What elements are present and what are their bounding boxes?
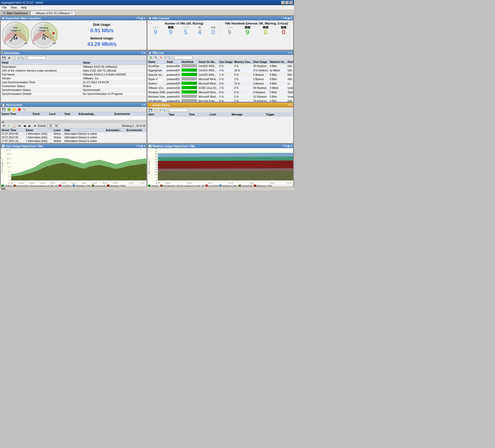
cpu-chart-edit-icon[interactable]: ✎ [138,145,140,148]
events-wrench-icon[interactable]: 🔧 [22,107,27,112]
vms-table-row[interactable]: Windows VistapoweredOnMicrosoft Wind...0… [147,95,293,99]
vms-table-row[interactable]: Asterisk Vol...poweredOnCentOS 4/5/6...1… [147,73,293,77]
mem-legend-agg: AggregAte [238,185,253,187]
vms-table-row[interactable]: Windows 2008poweredOnMicrosoft Wind...8 … [147,90,293,95]
events-prev-icon[interactable]: ◀ [22,124,27,128]
svg-text:10:40: 10:40 [129,182,133,184]
vms-table-row[interactable]: JenkinspoweredOnMicrosoft Wind...0 %14 %… [147,81,293,86]
vms-list-title: VMs List [152,51,164,54]
vms-table-row[interactable]: AggregGatepoweredOnCentOS 4/5/6...4 %28 … [147,68,293,73]
info-search-input[interactable] [25,56,46,60]
maximize-button[interactable]: □ [285,1,289,4]
svg-text:09:50: 09:50 [19,182,24,184]
cpu-chart-close-icon[interactable]: ✕ [143,145,145,148]
mem-chart-help-icon[interactable]: ? [283,145,284,148]
events-splitter[interactable]: ▲ [1,120,146,123]
events-table-row[interactable]: 17.07.2014 10...ℹInformation (Info)Notic… [1,139,146,143]
events-table-body: 21.07.2014 09...ℹInformation (Info)Notic… [1,132,146,143]
menu-view[interactable]: View [10,6,18,9]
cpu-legend-agg: AggregAte [92,185,106,187]
events-table-row[interactable]: 18.07.2014 09...ℹInformation (Info)Notic… [1,136,146,139]
vms-counter-panel: 🖥 VMs Counter ? ✎ ⊞ ✕ Number of VMs (Al [147,16,293,50]
events-bottom-area: Server Time Event Level Data Acknowled..… [1,129,146,143]
vms-detach-icon[interactable]: ⊞ [287,17,290,20]
heartbeat-header: VMs Heartbeat (Unknow, OK, Warning, Crit… [220,22,293,25]
detach-icon[interactable]: ⊞ [141,17,143,20]
menu-file[interactable]: File [1,6,8,9]
tab-close-icon[interactable]: ✕ [71,12,73,14]
mem-chart-detach-icon[interactable]: ⊞ [287,145,290,148]
events-count-select[interactable]: 50 100 200 [47,124,59,128]
vms-delete-icon[interactable]: ✕ [159,55,163,60]
help-icon[interactable]: ? [136,17,138,20]
vms-search-icon[interactable]: 🔍 [167,55,171,60]
cpu-chart-help-icon[interactable]: ? [136,145,138,148]
vms-table-row[interactable]: Hyper-VpoweredOnMicrosoft Wind...0 %3 %0… [147,77,293,81]
time-col-header: Time [188,113,209,116]
svg-text:Memory Usage, %: Memory Usage, % [148,158,150,175]
events-table-row[interactable]: 21.07.2014 09...ℹInformation (Info)Notic… [1,132,146,136]
vms-table-row[interactable]: op5-Monitor...poweredOnRed Hat Enter...0… [147,99,293,102]
events-back-icon[interactable]: ⬅ [17,124,21,128]
close-button[interactable]: ✕ [289,1,293,4]
events-fwd-icon[interactable]: ➡ [33,124,37,128]
vms-list-icon: 🖥 [148,52,151,54]
vms-help-icon[interactable]: ? [283,17,284,20]
events-refresh-icon[interactable]: ↻ [2,124,6,128]
usage-values: Disk Usage: 0.91 Mb/s Network Usage: 43.… [58,21,146,49]
vms-list-close-icon[interactable]: ✕ [290,52,292,54]
search-icon[interactable]: 🔍 [20,56,24,60]
vms-search-input[interactable] [172,56,193,59]
info-table: Field Value DescriptionVMware ESXi 55 (V… [1,61,146,96]
events-next-icon[interactable]: ▶ [28,124,32,128]
cpu-chart-detach-icon[interactable]: ⊞ [141,145,143,148]
mem-chart-close-icon[interactable]: ✕ [290,145,292,148]
menu-help[interactable]: Help [20,6,28,9]
host-events-title: Host Events [6,103,22,106]
events-filter-icon[interactable]: 🟢 [7,107,11,112]
running-vms: ⬛⬛ 9 [168,26,174,36]
edit-icon[interactable]: ✎ [138,17,140,20]
close-panel-icon[interactable]: ✕ [143,17,145,20]
info-help-icon[interactable]: ? [141,52,143,54]
template-vms: ▦▦ 0 [211,26,216,36]
save-icon[interactable]: 💾 [2,56,6,60]
events-add-icon[interactable]: + [7,124,11,128]
events-warning-icon[interactable]: 🟡 [12,107,16,112]
mem-chart-edit-icon[interactable]: ✎ [285,145,287,148]
events-help-icon[interactable]: ? [141,104,143,106]
alerts-search-icon[interactable]: 🔍 [162,108,166,112]
tab-main-dashboard[interactable]: ⊞ Main Dashboard [1,11,30,15]
cpu-legend-op5: op5-Monitor-Virtual-Appliance-6-x86_64 [13,185,57,187]
copy-icon[interactable]: 📋 [12,56,16,60]
row-3: 📋 Host Events ? ✕ 💾 🟢 🟡 🔴 🔧 [1,103,293,143]
alerts-close-icon[interactable]: ✕ [290,104,292,107]
svg-text:10:00: 10:00 [187,182,192,184]
heartbeat-indicator [182,90,197,94]
events-copy-icon2[interactable]: 📋 [12,124,16,128]
vms-edit-icon[interactable]: ✎ [285,17,287,20]
vms-table-row[interactable]: AccelOpspoweredOnCentOS 4/5/6...0 %4 %65… [147,64,293,68]
information-title: Information [4,52,20,55]
tab-vmware-esxi[interactable]: □ VMware ESXi 55 (VMware) ✕ [30,11,76,15]
host-events-header: 📋 Host Events ? ✕ [1,103,146,107]
mem-legend-jenkins: Jenkins [148,185,159,187]
alerts-search-input[interactable] [167,108,187,112]
vms-edit-icon2[interactable]: ✎ [154,55,158,60]
vms-add-icon[interactable]: ⊞ [148,55,153,60]
alerts-help-icon[interactable]: ? [288,104,290,107]
events-close-icon[interactable]: ✕ [143,104,145,106]
cpu-chart-content: 0 2.5 5.0 7.5 10.0 12.5 15.0 17.5 [1,148,146,187]
info-close-icon[interactable]: ✕ [143,52,145,54]
info-table-row: DescriptionVMware ESXi 55 (VMware) [1,65,146,69]
events-error-icon[interactable]: 🔴 [17,107,21,112]
print-icon[interactable]: 🖨 [7,56,11,60]
alerts-copy-icon[interactable]: 📋 [154,108,158,112]
vms-close-icon[interactable]: ✕ [290,17,292,20]
alerts-save-icon[interactable]: 💾 [148,108,153,112]
heartbeat-indicator [182,99,197,102]
events-save-icon[interactable]: 💾 [2,107,6,112]
vms-list-help-icon[interactable]: ? [288,52,290,54]
vms-table-row[interactable]: VMware vCe...poweredOnSUSE Linux En...1 … [147,86,293,90]
minimize-button[interactable]: _ [281,1,285,4]
